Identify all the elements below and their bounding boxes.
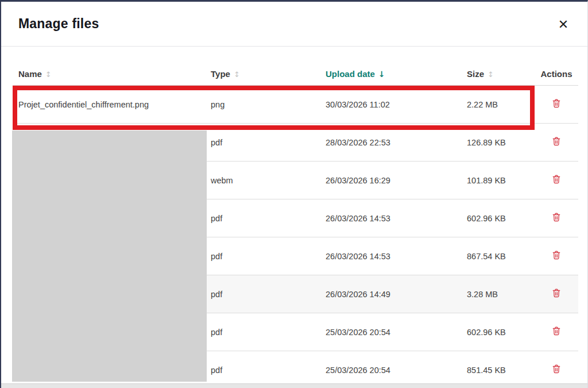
actions-cell xyxy=(535,210,578,226)
file-size-cell: 3.28 MB xyxy=(467,290,535,299)
actions-cell xyxy=(535,172,578,189)
file-size-cell: 126.89 KB xyxy=(467,138,535,147)
delete-file-button[interactable] xyxy=(548,97,564,113)
actions-cell xyxy=(535,362,578,378)
trash-icon xyxy=(551,136,562,149)
sort-both-icon: ↕ xyxy=(234,70,240,79)
delete-file-button[interactable] xyxy=(548,286,564,302)
sort-both-icon: ↕ xyxy=(45,70,52,79)
upload-date-cell: 28/03/2026 22:53 xyxy=(326,138,467,147)
file-size-cell: 101.89 KB xyxy=(467,176,535,185)
trash-icon xyxy=(551,98,562,111)
actions-cell xyxy=(535,286,578,302)
delete-file-button[interactable] xyxy=(548,362,564,378)
trash-icon xyxy=(551,287,562,301)
column-header-actions: Actions xyxy=(535,69,578,79)
file-size-cell: 851.45 KB xyxy=(467,366,535,375)
file-size-cell: 867.54 KB xyxy=(467,252,535,261)
file-type-cell: pdf xyxy=(211,290,326,299)
redacted-name-region xyxy=(12,130,207,382)
delete-file-button[interactable] xyxy=(548,210,564,226)
trash-icon xyxy=(551,212,562,225)
sort-desc-icon: ↓ xyxy=(378,70,385,79)
upload-date-cell: 26/03/2026 14:53 xyxy=(326,252,467,261)
actions-cell xyxy=(535,97,578,113)
file-type-cell: webm xyxy=(211,176,326,185)
actions-cell xyxy=(535,324,578,340)
page-title: Manage files xyxy=(18,16,99,32)
actions-cell xyxy=(535,135,578,151)
file-type-cell: pdf xyxy=(211,366,326,375)
column-header-type[interactable]: Type↕ xyxy=(211,69,326,79)
title-divider xyxy=(1,46,587,47)
table-row: Projet_confidentiel_chiffrement.png png … xyxy=(13,86,578,124)
file-type-cell: pdf xyxy=(211,214,326,223)
upload-date-cell: 26/03/2026 14:49 xyxy=(326,290,467,299)
manage-files-dialog: Manage files ✕ Name↕ Type↕ Upload date↓ … xyxy=(0,0,588,388)
delete-file-button[interactable] xyxy=(548,324,564,340)
delete-file-button[interactable] xyxy=(548,172,564,189)
trash-icon xyxy=(551,174,562,187)
trash-icon xyxy=(551,363,562,377)
upload-date-cell: 25/03/2026 20:54 xyxy=(326,328,467,337)
file-size-cell: 2.22 MB xyxy=(467,100,535,109)
file-type-cell: pdf xyxy=(211,252,326,261)
file-type-cell: pdf xyxy=(211,328,326,337)
delete-file-button[interactable] xyxy=(548,135,564,151)
file-size-cell: 602.96 KB xyxy=(467,214,535,223)
upload-date-cell: 25/03/2026 20:54 xyxy=(326,366,467,375)
upload-date-cell: 30/03/2026 11:02 xyxy=(326,100,467,109)
file-size-cell: 602.96 KB xyxy=(467,328,535,337)
upload-date-cell: 26/03/2026 16:29 xyxy=(326,176,467,185)
file-type-cell: pdf xyxy=(211,138,326,147)
upload-date-cell: 26/03/2026 14:53 xyxy=(326,214,467,223)
column-header-size[interactable]: Size↕ xyxy=(467,69,535,79)
delete-file-button[interactable] xyxy=(548,248,564,264)
dialog-bottom-edge xyxy=(1,383,587,388)
close-button[interactable]: ✕ xyxy=(555,17,571,33)
close-icon: ✕ xyxy=(558,17,568,32)
sort-both-icon: ↕ xyxy=(488,70,494,79)
table-header: Name↕ Type↕ Upload date↓ Size↕ Actions xyxy=(13,63,578,86)
actions-cell xyxy=(535,248,578,264)
trash-icon xyxy=(551,249,562,263)
trash-icon xyxy=(551,325,562,339)
file-type-cell: png xyxy=(211,100,326,109)
column-header-upload-date[interactable]: Upload date↓ xyxy=(326,69,467,79)
file-name-cell: Projet_confidentiel_chiffrement.png xyxy=(13,100,211,109)
column-header-name[interactable]: Name↕ xyxy=(13,69,211,79)
